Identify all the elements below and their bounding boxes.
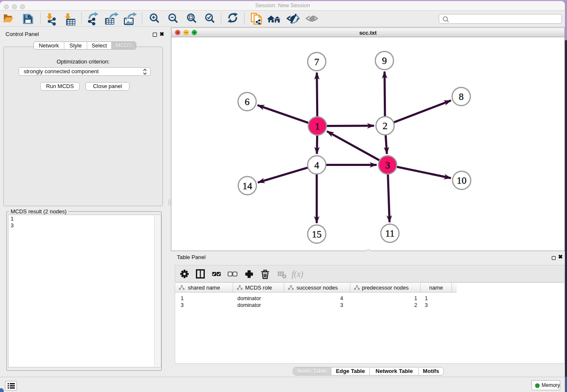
svg-text:2: 2 (383, 121, 388, 131)
svg-text:9: 9 (382, 55, 387, 66)
svg-text:8: 8 (459, 91, 464, 102)
svg-text:3: 3 (385, 160, 390, 171)
svg-text:7: 7 (314, 57, 319, 67)
svg-text:15: 15 (312, 229, 322, 240)
svg-text:f(x): f(x) (292, 269, 303, 279)
svg-text:4: 4 (314, 160, 319, 171)
svg-text:14: 14 (242, 181, 253, 191)
svg-text:6: 6 (245, 97, 250, 107)
svg-text:11: 11 (385, 228, 394, 239)
svg-text:1: 1 (315, 121, 320, 132)
svg-text:10: 10 (457, 175, 467, 186)
